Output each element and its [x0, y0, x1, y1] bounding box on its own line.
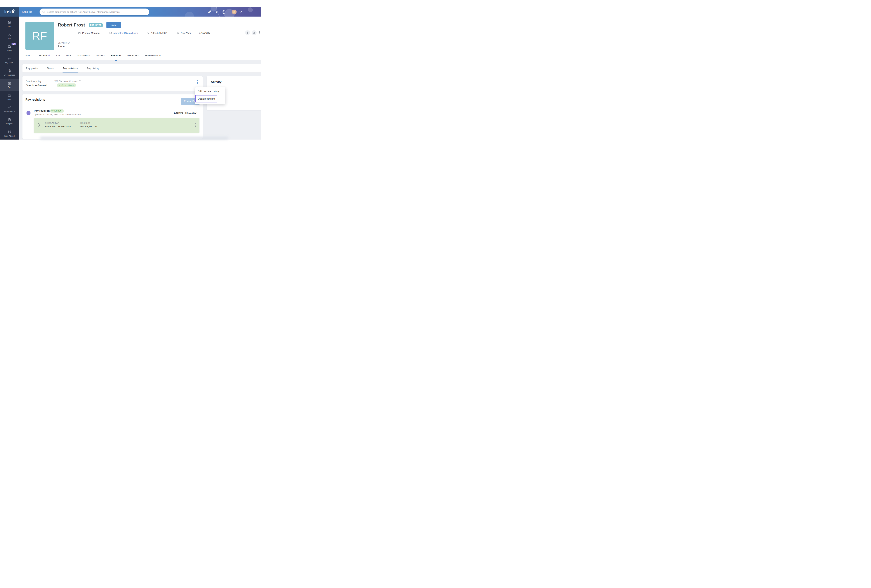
global-search[interactable] — [40, 9, 149, 15]
tab-expenses[interactable]: EXPENSES — [127, 54, 139, 58]
overtime-policy-label: Overtime policy — [26, 80, 42, 82]
employee-location: New York — [177, 31, 191, 34]
person-icon — [7, 32, 11, 36]
regular-pay-value: USD 400.00 Per hour — [45, 125, 71, 128]
header-more-button[interactable] — [258, 31, 261, 34]
team-icon — [7, 57, 11, 61]
pay-revision-icon-badge — [27, 111, 30, 115]
tab-documents[interactable]: DOCUMENTS — [77, 54, 90, 58]
search-input[interactable] — [47, 10, 147, 13]
subtab-pay-revisions[interactable]: Pay revisions — [63, 64, 78, 72]
subtab-pay-profile[interactable]: Pay profile — [26, 64, 38, 72]
employee-name: Robert Frost — [58, 22, 85, 28]
help-icon — [221, 10, 226, 14]
regular-pay-group: REGULAR PAY USD 400.00 Per hour — [45, 122, 71, 128]
overtime-policy-card: Overtime policy Overtime General W2 Elec… — [22, 76, 203, 91]
feedback-button[interactable] — [252, 30, 257, 35]
kebab-outline-icon — [196, 80, 198, 84]
sidebar-item-home[interactable]: Home — [0, 18, 19, 30]
bonus-group: BONUS (1) USD 5,200.00 — [80, 122, 97, 128]
employee-phone: 138445858887 — [147, 31, 167, 34]
topbar-divider — [229, 9, 229, 15]
check-icon — [59, 84, 61, 86]
kebab-icon — [258, 31, 261, 34]
sidebar-item-my-team[interactable]: My Team — [0, 54, 19, 66]
pay-revision-row-title: Pay revision — [34, 109, 49, 112]
sidebar-item-time-attend[interactable]: Time Attend — [0, 127, 19, 139]
w2-consent-label: W2 Electronic Consent — [54, 80, 81, 82]
pay-revision-detail-row[interactable]: REGULAR PAY USD 400.00 Per hour BONUS (1… — [34, 118, 199, 133]
department-value: Product — [58, 45, 67, 48]
inbox-count-badge: 19 — [12, 43, 16, 45]
finances-subtabs: Pay profile Taxes Pay revisions Pay hist… — [22, 64, 261, 72]
menu-item-edit-overtime-policy[interactable]: Edit overtime policy — [198, 90, 219, 93]
alarm-clock-icon — [7, 130, 11, 134]
overtime-policy-value: Overtime General — [26, 84, 47, 87]
employee-id: # AA24245 — [199, 31, 210, 34]
sidebar-item-me[interactable]: Me — [0, 30, 19, 42]
status-dot — [51, 110, 52, 112]
overtime-context-menu: Edit overtime policy Update consent — [195, 87, 225, 104]
sidebar-item-org[interactable]: Org — [0, 79, 19, 91]
user-avatar[interactable]: S — [232, 10, 236, 14]
menu-item-update-consent[interactable]: Update consent — [195, 95, 217, 102]
pay-revision-row-menu-button[interactable] — [195, 123, 196, 128]
employee-job-title: Product Manager — [78, 31, 100, 34]
bonus-value: USD 5,200.00 — [80, 125, 97, 128]
top-bar-background: Keka Inc S — [19, 7, 261, 16]
sidebar-item-inbox[interactable]: 19 Inbox — [0, 42, 19, 54]
bottom-shadow — [40, 137, 228, 139]
regular-pay-label: REGULAR PAY — [45, 122, 71, 124]
svg-text:$: $ — [9, 70, 10, 72]
employee-header — [19, 16, 261, 60]
home-icon — [7, 20, 11, 24]
phone-icon — [147, 31, 150, 34]
tab-assets[interactable]: ASSETS — [96, 54, 105, 58]
sidebar-item-hire[interactable]: Hire — [0, 91, 19, 103]
tab-job[interactable]: JOB — [56, 54, 60, 58]
sidebar-item-my-finances[interactable]: $ My Finances — [0, 66, 19, 79]
spark-icon — [12, 9, 15, 12]
tab-time[interactable]: TIME — [66, 54, 71, 58]
subtab-taxes[interactable]: Taxes — [47, 64, 54, 72]
chevron-right-icon[interactable] — [38, 123, 40, 127]
overtime-card-menu-button[interactable] — [196, 80, 199, 85]
pay-revisions-card: Pay revisions Revise Pay Pay revision CU… — [22, 94, 203, 139]
sidebar: Home Me 19 Inbox My Team $ My Finances O… — [0, 16, 19, 139]
employee-email[interactable]: robert.frost@gmail.com — [109, 31, 138, 34]
search-icon — [42, 10, 45, 13]
kebab-outline-icon — [195, 123, 196, 127]
mail-icon — [109, 31, 112, 34]
invite-button[interactable]: Invite — [106, 22, 121, 28]
current-badge: CURRENT — [50, 109, 64, 112]
chevron-down-icon[interactable] — [239, 11, 242, 13]
tab-profile[interactable]: PROFILE — [39, 54, 49, 58]
tab-about[interactable]: ABOUT — [25, 54, 33, 58]
keka-logo[interactable]: keka — [0, 7, 19, 16]
bonus-label: BONUS (1) — [80, 122, 97, 124]
company-name: Keka Inc — [22, 10, 32, 13]
sidebar-item-project[interactable]: Project — [0, 115, 19, 127]
info-icon[interactable] — [79, 80, 81, 82]
consent-given-badge: Consent Given — [57, 84, 76, 87]
topbar-actions: S — [207, 7, 242, 16]
tab-performance[interactable]: PERFORMANCE — [145, 54, 161, 58]
dollar-icon: $ — [7, 69, 11, 73]
profile-notification-dot — [48, 55, 49, 56]
employee-avatar: RF — [25, 22, 54, 50]
subtab-pay-history[interactable]: Pay history — [87, 64, 99, 72]
settings-button[interactable] — [214, 10, 218, 14]
effective-date: Effective Feb 10, 2024 — [174, 112, 198, 114]
rocket-icon — [208, 10, 211, 14]
trend-up-icon — [7, 106, 11, 109]
help-button[interactable] — [221, 10, 226, 14]
praise-button[interactable] — [245, 30, 250, 35]
header-divider — [103, 21, 103, 28]
briefcase-icon — [7, 93, 11, 97]
top-bar: keka Keka Inc S — [0, 7, 261, 16]
tab-finances[interactable]: FINANCES — [111, 54, 121, 58]
sidebar-item-performance[interactable]: Performance — [0, 103, 19, 115]
profile-tabs: ABOUT PROFILE JOB TIME DOCUMENTS ASSETS … — [25, 54, 161, 58]
announcements-button[interactable] — [207, 10, 211, 14]
trend-up-icon — [27, 112, 30, 114]
